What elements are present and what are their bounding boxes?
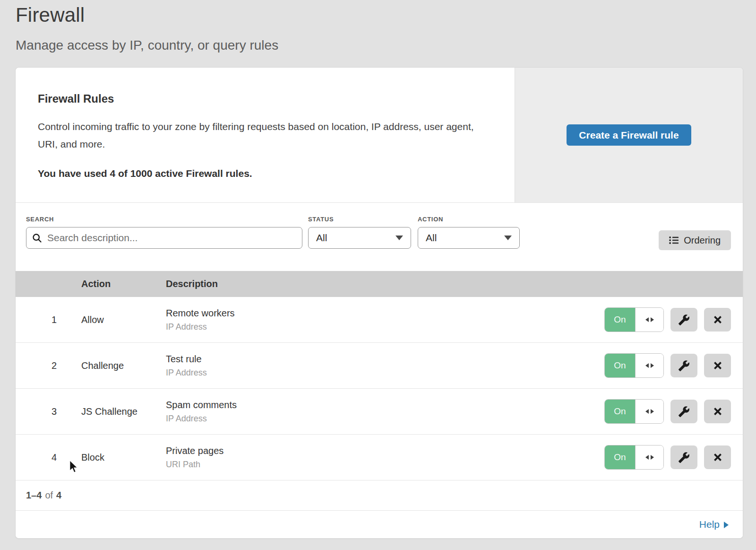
pagination-row: 1–4 of 4 <box>16 480 743 511</box>
rule-priority: 2 <box>16 360 81 371</box>
rule-action: Challenge <box>81 360 166 371</box>
rule-controls: On <box>573 399 743 424</box>
delete-rule-button[interactable] <box>704 308 731 332</box>
status-selected-value: All <box>316 232 327 244</box>
toggle-handle-icon <box>635 354 663 377</box>
rule-enabled-toggle[interactable]: On <box>604 353 664 378</box>
delete-rule-button[interactable] <box>704 400 731 423</box>
rule-action: JS Challenge <box>81 406 166 417</box>
toggle-handle-icon <box>635 308 663 332</box>
close-icon <box>713 406 723 417</box>
rule-description: Private pages <box>166 445 573 456</box>
action-select[interactable]: All <box>418 227 520 249</box>
pagination-of: of <box>45 490 53 501</box>
rule-description-cell: Test rule IP Address <box>166 354 573 378</box>
rule-description-cell: Spam comments IP Address <box>166 400 573 424</box>
wrench-icon <box>678 452 690 463</box>
chevron-down-icon <box>504 236 512 240</box>
rule-action: Block <box>81 452 166 463</box>
usage-note: You have used 4 of 1000 active Firewall … <box>38 168 486 179</box>
edit-rule-button[interactable] <box>670 400 697 423</box>
status-filter: STATUS All <box>308 216 411 249</box>
wrench-icon <box>678 360 690 372</box>
edit-rule-button[interactable] <box>670 354 697 377</box>
page-header: Firewall Manage access by IP, country, o… <box>16 4 278 53</box>
toggle-handle-icon <box>635 445 663 469</box>
overview-description: Control incoming traffic to your zone by… <box>38 118 484 153</box>
rule-match-type: IP Address <box>166 322 573 332</box>
firewall-rules-card: Firewall Rules Control incoming traffic … <box>16 68 743 538</box>
rule-match-type: IP Address <box>166 414 573 424</box>
toggle-on-label: On <box>605 400 635 423</box>
delete-rule-button[interactable] <box>704 354 731 377</box>
rule-description: Test rule <box>166 354 573 365</box>
rule-priority: 3 <box>16 406 81 417</box>
status-select[interactable]: All <box>308 227 411 249</box>
ordering-button[interactable]: Ordering <box>659 230 731 250</box>
search-input-wrapper <box>26 227 302 249</box>
create-rule-panel: Create a Firewall rule <box>515 68 743 202</box>
search-icon <box>32 233 42 243</box>
rule-action: Allow <box>81 314 166 325</box>
ordered-list-icon <box>669 236 679 244</box>
search-filter: SEARCH <box>26 216 302 249</box>
help-link[interactable]: Help <box>699 519 729 530</box>
rule-enabled-toggle[interactable]: On <box>604 445 664 470</box>
firewall-rules-overview: Firewall Rules Control incoming traffic … <box>16 68 743 203</box>
edit-rule-button[interactable] <box>670 308 697 332</box>
rule-controls: On <box>573 353 743 378</box>
create-firewall-rule-button[interactable]: Create a Firewall rule <box>567 124 691 146</box>
overview-heading: Firewall Rules <box>38 92 486 105</box>
search-input[interactable] <box>46 232 296 244</box>
chevron-down-icon <box>395 236 403 240</box>
action-filter: ACTION All <box>418 216 520 249</box>
action-label: ACTION <box>418 216 520 223</box>
toggle-on-label: On <box>605 445 635 469</box>
rule-controls: On <box>573 445 743 470</box>
wrench-icon <box>678 314 690 326</box>
rule-description: Spam comments <box>166 400 573 410</box>
arrow-right-icon <box>724 522 729 528</box>
rule-enabled-toggle[interactable]: On <box>604 399 664 424</box>
table-row: 3 JS Challenge Spam comments IP Address … <box>16 389 743 435</box>
rule-priority: 1 <box>16 314 81 325</box>
wrench-icon <box>678 406 690 418</box>
page-subtitle: Manage access by IP, country, or query r… <box>16 38 278 53</box>
rule-description: Remote workers <box>166 308 573 319</box>
toggle-handle-icon <box>635 400 663 423</box>
filters-bar: SEARCH STATUS All ACTION All <box>16 203 743 271</box>
ordering-button-label: Ordering <box>684 235 721 246</box>
pagination-total: 4 <box>56 490 61 501</box>
toggle-on-label: On <box>605 308 635 332</box>
search-label: SEARCH <box>26 216 302 223</box>
toggle-on-label: On <box>605 354 635 377</box>
help-link-label: Help <box>699 519 720 530</box>
rule-description-cell: Private pages URI Path <box>166 445 573 470</box>
table-row: 4 Block Private pages URI Path On <box>16 435 743 480</box>
rule-description-cell: Remote workers IP Address <box>166 308 573 332</box>
table-row: 2 Challenge Test rule IP Address On <box>16 343 743 389</box>
rule-match-type: IP Address <box>166 368 573 378</box>
description-column-header: Description <box>166 279 573 289</box>
page-title: Firewall <box>16 4 278 26</box>
rule-enabled-toggle[interactable]: On <box>604 307 664 332</box>
rule-match-type: URI Path <box>166 460 573 470</box>
delete-rule-button[interactable] <box>704 445 731 469</box>
table-row: 1 Allow Remote workers IP Address On <box>16 297 743 343</box>
rule-priority: 4 <box>16 452 81 463</box>
close-icon <box>713 314 723 325</box>
card-footer: Help <box>16 511 743 538</box>
overview-text-panel: Firewall Rules Control incoming traffic … <box>16 68 515 202</box>
edit-rule-button[interactable] <box>670 445 697 469</box>
table-header: Action Description <box>16 271 743 297</box>
action-column-header: Action <box>81 279 166 289</box>
close-icon <box>713 360 723 371</box>
close-icon <box>713 452 723 463</box>
action-selected-value: All <box>426 232 437 244</box>
rule-controls: On <box>573 307 743 332</box>
pagination-range: 1–4 <box>26 490 42 501</box>
status-label: STATUS <box>308 216 411 223</box>
